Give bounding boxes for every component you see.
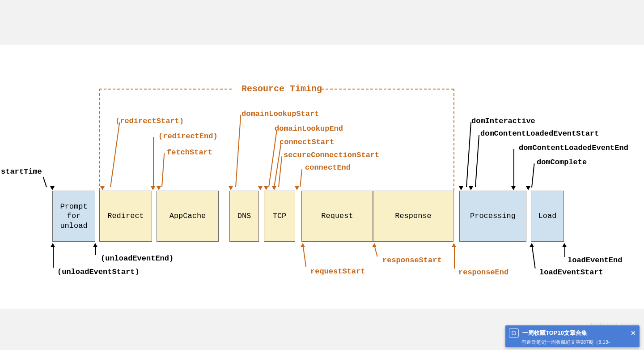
label-domComplete: domComplete xyxy=(537,158,587,166)
phase-dns: DNS xyxy=(229,191,259,242)
phase-appcache: AppCache xyxy=(157,191,219,242)
resource-timing-span-top xyxy=(99,89,232,90)
label-responseEnd: responseEnd xyxy=(458,268,508,277)
label-domContentLoadedEventStart: domContentLoadedEventStart xyxy=(480,129,599,138)
label-connectEnd: connectEnd xyxy=(305,163,351,172)
phase-prompt: Prompt for unload xyxy=(52,191,95,242)
resource-timing-span-left xyxy=(99,89,100,191)
label-domInteractive: domInteractive xyxy=(471,117,535,125)
label-domainLookupEnd: domainLookupEnd xyxy=(275,124,343,133)
label-redirectStart: (redirectStart) xyxy=(115,117,184,125)
label-unloadEventStart: (unloadEventStart) xyxy=(57,268,140,276)
label-loadEventEnd: loadEventEnd xyxy=(568,256,622,265)
phase-processing: Processing xyxy=(459,191,526,242)
phase-redirect: Redirect xyxy=(99,191,152,242)
phase-response: Response xyxy=(373,191,453,242)
phase-load: Load xyxy=(531,191,564,242)
resource-timing-title: Resource Timing xyxy=(242,84,322,94)
label-redirectEnd: (redirectEnd) xyxy=(158,132,218,141)
phase-tcp: TCP xyxy=(264,191,295,242)
label-requestStart: requestStart xyxy=(310,267,365,276)
phase-request: Request xyxy=(301,191,373,242)
label-unloadEventEnd: (unloadEventEnd) xyxy=(101,254,174,263)
navigation-timing-diagram: Resource Timing Prompt for unload Redire… xyxy=(0,45,644,309)
label-fetchStart: fetchStart xyxy=(167,148,212,157)
label-connectStart: connectStart xyxy=(280,138,334,146)
label-loadEventStart: loadEventStart xyxy=(539,268,603,277)
label-domContentLoadedEventEnd: domContentLoadedEventEnd xyxy=(519,144,628,152)
label-responseStart: responseStart xyxy=(382,256,442,265)
label-secureConnectionStart: secureConnectionStart xyxy=(284,151,379,159)
resource-timing-span-top xyxy=(321,89,453,90)
resource-timing-span-right xyxy=(453,89,454,191)
label-startTime: startTime xyxy=(1,167,42,176)
label-domainLookupStart: domainLookupStart xyxy=(242,110,319,118)
